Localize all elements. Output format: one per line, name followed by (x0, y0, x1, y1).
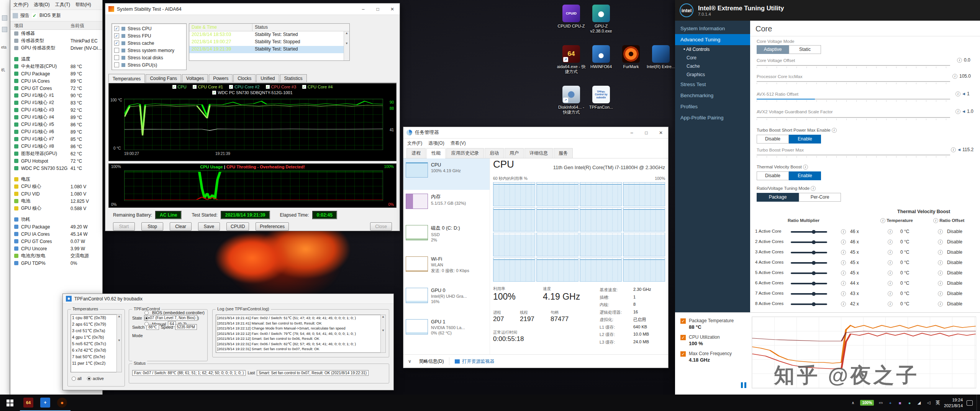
offset-value[interactable]: Disable (947, 239, 962, 245)
tab[interactable]: Temperatures (108, 74, 145, 83)
core-voltage-offset-slider[interactable] (757, 65, 950, 69)
menu-item[interactable]: 文件(F) (407, 140, 422, 147)
taskbar-app[interactable]: ● (54, 395, 70, 411)
info-icon[interactable] (952, 74, 957, 79)
tab[interactable]: Powers (209, 74, 233, 82)
legend-checkbox[interactable] (172, 85, 176, 89)
tab[interactable]: 详细信息 (524, 148, 553, 158)
sensor-row[interactable]: CPU Package 89 °C (10, 70, 102, 77)
nav-item[interactable]: Stress Test (675, 79, 750, 90)
sensor-row[interactable]: 温度 (10, 55, 102, 63)
stress-checkbox-row[interactable]: Stress cache (114, 39, 184, 47)
info-icon[interactable] (938, 271, 943, 276)
ratio-value[interactable]: 45 x (850, 260, 859, 265)
sensor-row[interactable]: 电压 (10, 176, 102, 183)
tray-icon[interactable]: ◢ (916, 400, 922, 405)
tab[interactable]: Cooling Fans (146, 74, 181, 82)
per-core-button[interactable]: Per-Core (799, 193, 841, 202)
list-scrollbar[interactable]: ▲▼ (116, 314, 122, 372)
table-row[interactable]: 2021/8/14 18:53:03 Stability Test: Start… (189, 31, 349, 39)
temperature-entry[interactable]: 11 pwr 1℃ (0xc2) (72, 361, 120, 367)
avx512-offset-value[interactable]: 1 (967, 91, 970, 96)
sensor-row[interactable]: 电池 12.825 V (10, 197, 102, 205)
report-button[interactable]: 报告 (20, 12, 29, 19)
temperature-entry[interactable]: 4 gpu 1℃ (0x7b) (72, 335, 120, 341)
info-icon[interactable] (841, 281, 846, 286)
sensor-row[interactable]: 中央处理器(CPU) 88 °C (10, 63, 102, 70)
hidden-icons-chevron[interactable]: ∧ (849, 401, 856, 405)
sensor-row[interactable]: CPU #1/核心 #6 89 °C (10, 128, 102, 135)
info-icon[interactable] (803, 165, 808, 170)
info-icon[interactable] (938, 291, 943, 296)
adaptive-button[interactable]: Adaptive (757, 45, 789, 54)
temperature-entry[interactable]: 6 x7d 42℃ (0x7d) (72, 348, 120, 354)
offset-value[interactable]: Disable (947, 281, 962, 286)
tab[interactable]: Unified (256, 74, 279, 82)
legend-checkbox[interactable] (680, 351, 686, 357)
titlebar[interactable]: intel Intel® Extreme Tuning Utility 7.0.… (675, 0, 980, 21)
battery-percent-badge[interactable]: 100% (860, 400, 874, 406)
legend-entry[interactable]: Max Core Frequency 4.18 GHz (680, 351, 734, 363)
offset-value[interactable]: Disable (947, 291, 962, 296)
tray-icon[interactable]: ▭ (878, 400, 884, 405)
stress-checkbox-row[interactable]: Stress local disks (114, 54, 184, 61)
sensor-row[interactable]: 电池充/放电 交流电源 (10, 252, 102, 259)
offset-value[interactable]: Disable (947, 260, 962, 265)
ratio-value[interactable]: 42 x (850, 301, 859, 307)
temperature-entry[interactable]: 5 no5 62℃ (0x7c) (72, 341, 120, 348)
titlebar[interactable]: System Stability Test - AIDA64 (105, 3, 400, 15)
action-button[interactable]: Stop (141, 222, 163, 231)
bios-update-button[interactable]: BIOS 更新 (39, 12, 61, 19)
radio-all[interactable]: all (72, 376, 82, 381)
info-icon[interactable] (841, 229, 846, 234)
legend-entry[interactable]: Package Temperature 88 °C (680, 318, 734, 330)
info-icon[interactable] (841, 291, 846, 296)
ratio-value[interactable]: 45 x (850, 250, 859, 255)
nav-item[interactable]: Benchmarking (675, 90, 750, 101)
info-icon[interactable] (888, 271, 893, 276)
temperature-value[interactable]: 0 °C (900, 239, 909, 245)
legend-checkbox[interactable] (266, 85, 270, 89)
legend-item[interactable]: CPU Core #4 (302, 85, 333, 89)
legend-item[interactable]: WDC PC SN730 SDBQNTY-512G-1001 (212, 90, 292, 95)
temperature-value[interactable]: 0 °C (900, 250, 909, 255)
ratio-slider[interactable] (791, 290, 827, 297)
info-icon[interactable] (933, 218, 938, 223)
tray-icon[interactable]: ◁ (926, 400, 932, 405)
avx2-guardband-slider[interactable] (757, 117, 950, 121)
nav-item[interactable]: Cache (675, 62, 750, 70)
tab[interactable]: 用户 (505, 148, 524, 158)
info-icon[interactable] (938, 240, 943, 245)
action-button[interactable]: Start (113, 222, 135, 231)
legend-item[interactable]: CPU Core #1 (193, 85, 223, 89)
taskbar-app[interactable]: + (37, 395, 54, 411)
sensor-row[interactable]: CPU Uncore 3.99 W (10, 245, 102, 252)
col-datetime[interactable]: Date & Time (189, 24, 252, 31)
perf-sidebar-item[interactable]: 内存 5.1/15.7 GB (32%) (403, 190, 490, 221)
package-button[interactable]: Package (757, 193, 799, 202)
turbo-power-max-value[interactable]: 115.2 (962, 147, 973, 152)
tab[interactable]: Voltages (182, 74, 208, 82)
sensor-row[interactable]: CPU #1/核心 #4 89 °C (10, 114, 102, 121)
nav-item[interactable]: Graphics (675, 70, 750, 79)
decrease-stepper-icon[interactable] (962, 109, 965, 113)
ratio-value[interactable]: 46 x (850, 229, 859, 234)
tab[interactable]: 启动 (485, 148, 504, 158)
ratio-slider[interactable] (791, 301, 827, 307)
tab[interactable]: 性能 (426, 148, 446, 158)
temperature-entry[interactable]: 7 bat 50℃ (0x7e) (72, 354, 120, 361)
ratio-slider[interactable] (791, 259, 827, 266)
legend-item[interactable]: CPU Core #3 (266, 85, 296, 89)
log-scrollbar[interactable]: ▲▼ (380, 315, 386, 353)
table-row[interactable]: 2021/8/14 19:21:39 Stability Test: Start… (189, 46, 349, 53)
sensor-row[interactable]: CPU #1/核心 #8 86 °C (10, 143, 102, 150)
info-icon[interactable] (880, 218, 885, 223)
action-button[interactable]: CPUID (226, 222, 249, 231)
table-scrollbar[interactable]: ▲▼ (344, 31, 349, 60)
info-icon[interactable] (938, 281, 943, 286)
temperature-entry[interactable]: 3 crd 51℃ (0x7a) (72, 328, 120, 335)
info-icon[interactable] (841, 302, 846, 307)
turbo-power-max-slider[interactable] (757, 155, 950, 158)
tray-icon[interactable]: + (887, 401, 893, 405)
temperature-value[interactable]: 0 °C (900, 260, 909, 265)
